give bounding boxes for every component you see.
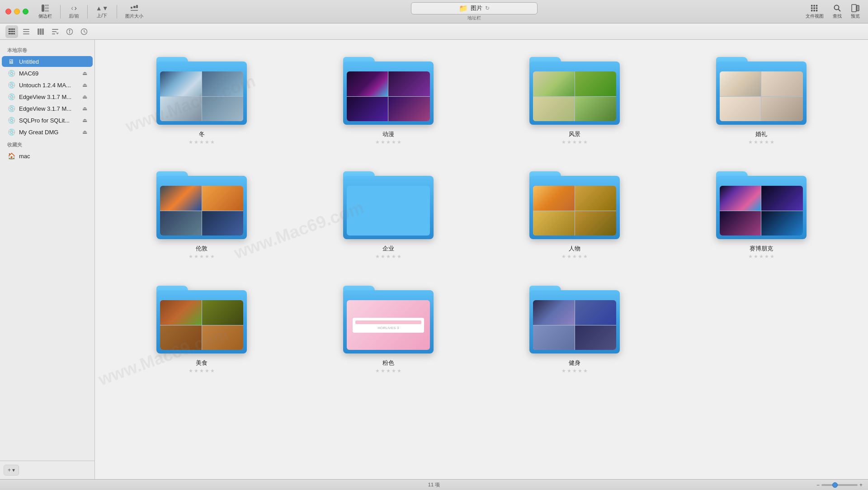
svg-rect-19 [852,5,856,12]
svg-rect-11 [811,7,813,9]
search-button[interactable]: 查找 [830,3,844,20]
add-button[interactable]: + ▾ [4,465,19,476]
view-columns-btn[interactable] [34,25,47,38]
item-count: 11 项 [428,481,440,488]
maximize-button[interactable] [23,9,28,14]
folder-item-wedding[interactable]: 婚礼 ★ ★ ★ ★ ★ [673,49,850,149]
folder-icon-pink: HORLIVES 3 [343,281,434,353]
folder-item-anime[interactable]: 动漫 ★ ★ ★ ★ ★ [300,49,477,149]
sidebar-item-dmg[interactable]: 💿 My Great DMG ⏏ [2,127,93,137]
toolbar-separator3 [117,5,117,19]
info-btn[interactable] [63,25,76,38]
svg-rect-24 [14,28,15,30]
folder-stars-people: ★ ★ ★ ★ ★ [561,254,588,259]
svg-rect-13 [816,7,818,9]
svg-rect-30 [10,33,12,34]
folder-icon-anime [343,52,434,125]
folder-icon-winter [156,52,247,125]
disk-icon: 🖥 [7,58,15,65]
image-size-button[interactable]: 图片大小 [123,3,146,20]
local-volumes-label: 本地宗卷 [0,43,94,56]
folder-icon-wedding [716,52,807,125]
svg-rect-32 [14,33,15,34]
folder-icon-food [156,281,247,353]
svg-rect-21 [9,28,10,30]
folder-icon-fitness [529,281,620,353]
preview-button[interactable]: 预览 [848,3,863,20]
folder-stars-winter: ★ ★ ★ ★ ★ [189,139,215,145]
svg-rect-9 [813,5,815,6]
view-icon-btn[interactable] [5,25,18,38]
sidebar-item-untouch[interactable]: 💿 Untouch 1.2.4 MA... ⏏ [2,80,93,90]
folder-item-winter[interactable]: 冬 ★ ★ ★ ★ ★ [113,49,291,149]
eject-icon: ⏏ [82,82,87,88]
sidebar-item-mac69[interactable]: 💿 MAC69 ⏏ [2,68,93,79]
zoom-slider-thumb[interactable] [832,482,838,488]
svg-line-18 [839,9,841,11]
main-layout: 本地宗卷 🖥 Untitled 💿 MAC69 ⏏ 💿 Untouch 1.2.… [0,40,868,479]
svg-rect-14 [811,9,813,11]
svg-point-17 [835,5,839,9]
folder-icon-cyberpunk [716,167,807,239]
home-icon: 🏠 [7,152,15,160]
folder-item-pink[interactable]: HORLIVES 3 粉色 ★ ★ ★ ★ ★ [300,278,477,377]
folder-item-fitness[interactable]: 健身 ★ ★ ★ ★ ★ [486,278,664,377]
sidebar-item-untitled[interactable]: 🖥 Untitled [2,56,93,67]
folder-stars-pink: ★ ★ ★ ★ ★ [375,368,401,374]
svg-rect-2 [45,7,49,9]
svg-rect-5 [133,6,136,8]
svg-point-41 [69,30,70,31]
zoom-in-icon[interactable]: + [859,482,863,488]
up-down-button[interactable]: ▲▼ 上/下 [93,4,111,20]
titlebar: 侧边栏 ‹ › 后/前 ▲▼ 上/下 图片大小 📁 图片 ↻ [0,0,868,24]
disk-icon: 💿 [7,117,15,124]
clock-btn[interactable] [78,25,90,38]
close-button[interactable] [5,9,11,14]
folder-item-food[interactable]: 美食 ★ ★ ★ ★ ★ [113,278,291,377]
folder-stars-landscape: ★ ★ ★ ★ ★ [561,139,588,145]
folder-stars-cyberpunk: ★ ★ ★ ★ ★ [748,254,774,259]
traffic-lights [5,9,28,14]
view-list-btn[interactable] [20,25,33,38]
sidebar-item-edgeview2[interactable]: 💿 EdgeView 3.1.7 M... ⏏ [2,103,93,114]
folder-icon-enterprise [343,167,434,239]
folder-item-london[interactable]: 伦敦 ★ ★ ★ ★ ★ [113,163,291,263]
folder-item-people[interactable]: 人物 ★ ★ ★ ★ ★ [486,163,664,263]
eject-icon: ⏏ [82,129,87,135]
sidebar-bottom: + ▾ [0,461,94,479]
svg-rect-29 [9,33,10,34]
eject-icon: ⏏ [82,94,87,100]
zoom-out-icon[interactable]: − [816,482,820,488]
svg-rect-12 [813,7,815,9]
folder-item-enterprise[interactable]: 企业 ★ ★ ★ ★ ★ [300,163,477,263]
sort-btn[interactable] [49,25,61,38]
sidebar-item-sqlpro[interactable]: 💿 SQLPro for SQLit... ⏏ [2,115,93,126]
disk-icon: 💿 [7,128,15,136]
minimize-button[interactable] [14,9,20,14]
disk-icon: 💿 [7,105,15,112]
toolbar-right: 文件视图 查找 预览 [803,3,863,20]
toolbar2 [0,24,868,40]
folder-item-cyberpunk[interactable]: 赛博朋克 ★ ★ ★ ★ ★ [673,163,850,263]
address-bar: 📁 图片 ↻ 地址栏 [411,2,538,21]
folder-item-landscape[interactable]: 风景 ★ ★ ★ ★ ★ [486,49,664,149]
svg-rect-27 [12,31,14,32]
sidebar-item-mac[interactable]: 🏠 mac [2,151,93,161]
folder-stars-anime: ★ ★ ★ ★ ★ [375,139,401,145]
svg-rect-6 [136,5,138,8]
sidebar-toggle-button[interactable]: 侧边栏 [36,3,55,20]
view-toggle-button[interactable]: 文件视图 [803,3,826,20]
address-bar-input[interactable]: 📁 图片 ↻ [411,2,538,14]
folder-stars-food: ★ ★ ★ ★ ★ [189,368,215,374]
back-forward-button[interactable]: ‹ › 后/前 [66,3,82,20]
sidebar-item-edgeview1[interactable]: 💿 EdgeView 3.1.7 M... ⏏ [2,91,93,102]
folder-stars-fitness: ★ ★ ★ ★ ★ [561,368,588,374]
svg-rect-25 [9,31,10,32]
svg-rect-31 [12,33,14,34]
zoom-slider[interactable] [821,484,858,486]
svg-rect-33 [23,29,29,30]
eject-icon: ⏏ [82,105,87,112]
svg-rect-28 [14,31,15,32]
svg-rect-15 [813,9,815,11]
eject-icon: ⏏ [82,117,87,123]
